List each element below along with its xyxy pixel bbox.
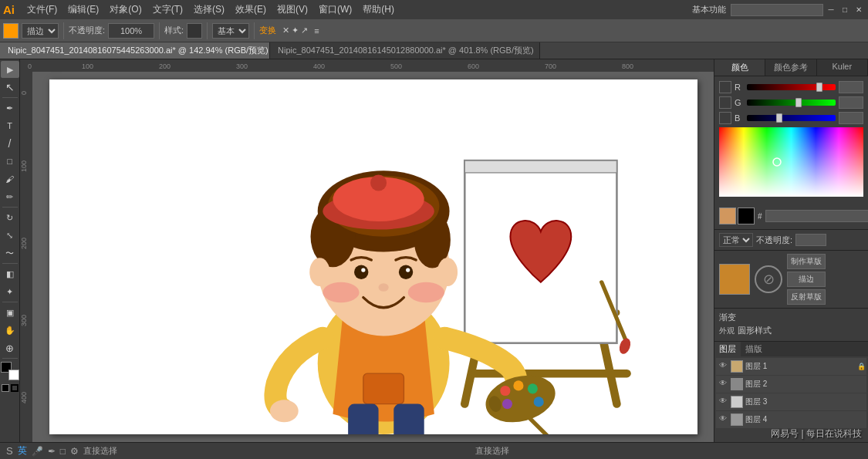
status-icon-s: S	[6, 445, 13, 457]
tool-scale[interactable]: ⤡	[1, 227, 19, 244]
tool-direct-select[interactable]: ↖	[1, 79, 19, 96]
tool-rect[interactable]: □	[1, 153, 19, 170]
layer-tab-layers[interactable]: 图层	[714, 342, 741, 356]
tool-text[interactable]: T	[1, 117, 19, 134]
svg-point-56	[309, 258, 329, 286]
tool-zoom[interactable]: ⊕	[1, 339, 19, 356]
reflect-button[interactable]: 反射草版	[787, 289, 826, 305]
tool-artboard[interactable]: ▣	[1, 304, 19, 321]
layer-tab-desc[interactable]: 描版	[741, 342, 767, 356]
style-swatch[interactable]	[187, 23, 202, 39]
svg-text:400: 400	[313, 62, 325, 70]
tab-kuler[interactable]: Kuler	[817, 59, 868, 76]
tab-color[interactable]: 颜色	[714, 59, 765, 76]
menu-window[interactable]: 窗口(W)	[314, 2, 356, 18]
menu-select[interactable]: 选择(S)	[189, 2, 229, 18]
tab-1[interactable]: Nipic_8047451_20140816145012880000.ai* @…	[270, 42, 540, 59]
fill-swatch[interactable]	[3, 23, 19, 39]
style-label: 样式:	[164, 25, 184, 36]
tool-hand[interactable]: ✋	[1, 322, 19, 339]
status-icon-lang: 英	[18, 444, 27, 457]
canvas-area[interactable]: 0 100 200 300 400 500 600 700 800 0 100 …	[20, 59, 714, 442]
blend-mode-select[interactable]: 正常	[719, 233, 753, 247]
layer-item-2[interactable]: 👁 图层 2	[716, 376, 866, 393]
fg-bg-swatches	[719, 208, 755, 224]
g-row: G 151	[719, 96, 863, 109]
basic-select[interactable]: 基本	[212, 23, 249, 39]
status-left: S 英 🎤 ✒ □ ⚙ 直接选择	[6, 444, 117, 457]
r-thumb[interactable]	[816, 83, 822, 92]
fill-mode[interactable]	[2, 384, 9, 392]
tool-pen[interactable]: ✒	[1, 100, 19, 116]
canvas-document[interactable]	[49, 79, 697, 434]
svg-text:300: 300	[20, 315, 28, 326]
menu-view[interactable]: 视图(V)	[272, 2, 312, 18]
toolbar-divider-1	[63, 22, 64, 39]
menu-object[interactable]: 对象(O)	[105, 2, 146, 18]
menu-help[interactable]: 帮助(H)	[358, 2, 399, 18]
hex-input[interactable]: D1975E	[765, 210, 868, 222]
svg-point-54	[407, 282, 444, 302]
search-input[interactable]	[731, 4, 823, 16]
outer-label: 外观	[719, 326, 735, 336]
b-input[interactable]: 94	[839, 112, 863, 124]
menu-file[interactable]: 文件(F)	[22, 2, 62, 18]
tool-line[interactable]: /	[1, 135, 19, 152]
close-button[interactable]: ✕	[853, 5, 865, 15]
tool-eyedropper[interactable]: ✦	[1, 283, 19, 300]
r-bar[interactable]	[747, 84, 836, 90]
bg-color-swatch[interactable]	[738, 208, 755, 224]
toolbar-right-icon[interactable]: ≡	[314, 26, 319, 35]
maximize-button[interactable]: □	[839, 5, 851, 15]
svg-text:100: 100	[20, 160, 28, 172]
menu-text[interactable]: 文字(T)	[148, 2, 187, 18]
svg-text:600: 600	[468, 62, 479, 70]
menu-edit[interactable]: 编辑(E)	[63, 2, 103, 18]
tool-warp[interactable]: 〜	[1, 245, 19, 262]
hex-row: # D1975E	[719, 208, 863, 224]
no-swatch[interactable]: ⊘	[755, 265, 782, 293]
current-swatch[interactable]	[719, 264, 750, 295]
toolbar-divider-2	[159, 22, 160, 39]
layer-eye-1[interactable]: 👁	[718, 361, 728, 372]
layer-item-4[interactable]: 👁 图层 4	[716, 411, 866, 428]
b-thumb[interactable]	[776, 113, 782, 123]
tab-color-ref[interactable]: 颜色参考	[765, 59, 816, 76]
svg-point-48	[370, 175, 387, 191]
minimize-button[interactable]: ─	[825, 5, 837, 15]
svg-text:200: 200	[159, 62, 171, 70]
fg-color-swatch[interactable]	[719, 208, 736, 224]
tool-brush[interactable]: 🖌	[1, 170, 19, 187]
layer-item-3[interactable]: 👁 图层 3	[716, 393, 866, 410]
tool-rotate[interactable]: ↻	[1, 209, 19, 226]
layer-item-1[interactable]: 👁 图层 1 🔒	[716, 358, 866, 375]
g-thumb[interactable]	[795, 98, 802, 107]
tab-0[interactable]: Nipic_8047451_20140816075445263000.ai* @…	[0, 42, 270, 59]
create-draft-button[interactable]: 制作草版	[787, 254, 826, 269]
tool-select[interactable]: ▶	[1, 61, 19, 78]
g-bar[interactable]	[747, 100, 836, 106]
tool-gradient[interactable]: ◧	[1, 265, 19, 282]
stroke-mode[interactable]	[11, 384, 19, 392]
stroke-select[interactable]: 描边	[22, 23, 59, 39]
tool-pencil[interactable]: ✏	[1, 188, 19, 205]
background-swatch[interactable]	[8, 370, 19, 380]
layer-name-1: 图层 1	[745, 361, 855, 372]
opacity-val-input[interactable]: 100%	[795, 234, 826, 246]
g-input[interactable]: 151	[839, 96, 863, 109]
r-input[interactable]: 209	[839, 81, 863, 93]
layer-eye-4[interactable]: 👁	[718, 414, 728, 425]
shape-style-label: 圆形样式	[738, 325, 772, 336]
tool-sep-1	[2, 97, 18, 98]
layer-eye-2[interactable]: 👁	[718, 379, 728, 390]
tab-close-1[interactable]: ✕	[539, 46, 540, 55]
opacity-input[interactable]	[108, 23, 154, 39]
right-panel: 颜色 颜色参考 Kuler R 209 G 151	[714, 59, 868, 442]
r-label: R	[735, 83, 744, 92]
b-bar[interactable]	[747, 115, 836, 121]
color-swatches[interactable]	[1, 362, 19, 380]
stroke-button[interactable]: 描边	[787, 272, 826, 287]
layer-eye-3[interactable]: 👁	[718, 397, 728, 407]
menu-effect[interactable]: 效果(E)	[231, 2, 271, 18]
color-spectrum[interactable]	[719, 127, 863, 204]
